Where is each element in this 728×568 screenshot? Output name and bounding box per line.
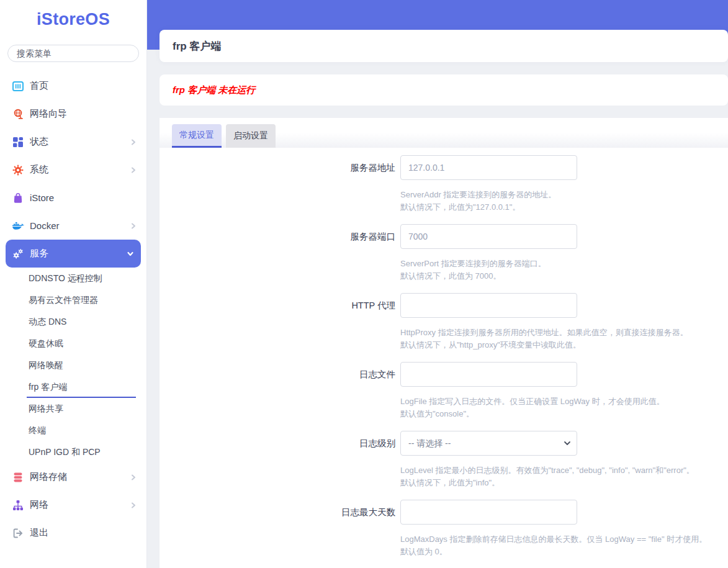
log-level-select[interactable]: -- 请选择 -- [400, 431, 577, 456]
sidebar-item-system[interactable]: 系统 [0, 156, 146, 184]
docker-icon [11, 219, 24, 232]
sidebar-menu: 首页 网络向导 状态 系统 [0, 68, 146, 547]
field-help: ServerPort 指定要连接到的服务器端口。 默认情况下，此值为 7000。 [400, 258, 577, 282]
chevron-right-icon [129, 501, 138, 510]
sidebar-subitem-ddnsto[interactable]: DDNSTO 远程控制 [0, 268, 146, 289]
sidebar-item-label: 状态 [30, 136, 48, 148]
sidebar-search [7, 45, 139, 62]
sidebar-item-label: iStore [30, 192, 54, 203]
istoreos-logo: iStoreOS [0, 0, 146, 29]
field-label: 日志文件 [160, 362, 395, 420]
server-addr-input[interactable] [400, 155, 577, 180]
search-input[interactable] [7, 45, 139, 62]
sidebar-subitem-linkease[interactable]: 易有云文件管理器 [0, 289, 146, 311]
field-label: HTTP 代理 [160, 293, 395, 351]
page-title: frp 客户端 [173, 39, 221, 53]
field-label: 日志最大天数 [160, 500, 395, 558]
home-icon [11, 79, 24, 92]
tab-general-settings[interactable]: 常规设置 [172, 124, 222, 148]
tab-startup-settings[interactable]: 启动设置 [226, 124, 276, 148]
sidebar-subitem-terminal[interactable]: 终端 [0, 420, 146, 441]
chevron-down-icon [126, 250, 135, 258]
form-row-server-port: 服务器端口 ServerPort 指定要连接到的服务器端口。 默认情况下，此值为… [160, 224, 728, 282]
sidebar-item-logout[interactable]: 退出 [0, 519, 146, 547]
sidebar-subitem-wol[interactable]: 网络唤醒 [0, 354, 146, 376]
sidebar: iStoreOS 首页 网络向导 状态 [0, 0, 147, 568]
sidebar-item-label: 网络向导 [30, 108, 67, 120]
sidebar-item-label: 系统 [30, 164, 48, 176]
chevron-right-icon [129, 473, 138, 482]
sidebar-item-label: 首页 [30, 80, 48, 92]
sidebar-item-label: Docker [30, 220, 60, 231]
sidebar-subitem-frp-client[interactable]: frp 客户端 [0, 376, 146, 398]
settings-form: 服务器地址 ServerAddr 指定要连接到的服务器的地址。 默认情况下，此值… [160, 148, 728, 558]
sidebar-item-services[interactable]: 服务 [6, 240, 141, 268]
form-row-log-level: 日志级别 -- 请选择 -- LogLevel 指定最小的日志级别。有效值为"t… [160, 431, 728, 489]
logout-icon [11, 526, 24, 539]
log-max-days-input[interactable] [400, 500, 577, 525]
form-row-server-addr: 服务器地址 ServerAddr 指定要连接到的服务器的地址。 默认情况下，此值… [160, 155, 728, 214]
field-label: 服务器端口 [160, 224, 395, 282]
form-row-http-proxy: HTTP 代理 HttpProxy 指定连接到服务器所用的代理地址。如果此值空，… [160, 293, 728, 351]
sidebar-item-network-wizard[interactable]: 网络向导 [0, 100, 146, 128]
field-help: LogLevel 指定最小的日志级别。有效值为"trace", "debug",… [400, 464, 694, 489]
page-header-card: frp 客户端 [160, 30, 728, 62]
field-help: LogFile 指定写入日志的文件。仅当正确设置 LogWay 时，才会使用此值… [400, 395, 665, 420]
sidebar-subitem-hdidle[interactable]: 硬盘休眠 [0, 333, 146, 354]
dashboard-icon [11, 135, 24, 148]
sidebar-subitem-samba[interactable]: 网络共享 [0, 398, 146, 420]
form-row-log-max-days: 日志最大天数 LogMaxDays 指定删除前存储日志信息的最长天数。仅当 Lo… [160, 500, 728, 558]
gear-icon [11, 163, 24, 176]
chevron-right-icon [129, 138, 138, 147]
chevron-right-icon [129, 166, 138, 174]
sidebar-item-status[interactable]: 状态 [0, 128, 146, 156]
status-card: frp 客户端 未在运行 [160, 74, 728, 106]
settings-card: 常规设置 启动设置 服务器地址 ServerAddr 指定要连接到的服务器的地址… [160, 118, 728, 568]
main-content: frp 客户端 frp 客户端 未在运行 常规设置 启动设置 服务器地址 Ser… [147, 0, 728, 568]
form-row-log-file: 日志文件 LogFile 指定写入日志的文件。仅当正确设置 LogWay 时，才… [160, 362, 728, 420]
sidebar-item-label: 服务 [30, 248, 48, 259]
log-file-input[interactable] [400, 362, 577, 387]
sidebar-item-istore[interactable]: iStore [0, 184, 146, 212]
status-warning-text: frp 客户端 未在运行 [173, 84, 255, 96]
sidebar-item-network[interactable]: 网络 [0, 491, 146, 519]
sidebar-item-label: 退出 [30, 527, 48, 539]
database-icon [11, 471, 24, 484]
tab-bar: 常规设置 启动设置 [160, 118, 728, 148]
sidebar-item-docker[interactable]: Docker [0, 212, 146, 240]
http-proxy-input[interactable] [400, 293, 577, 318]
field-label: 服务器地址 [160, 155, 395, 214]
sidebar-item-label: 网络存储 [30, 471, 67, 483]
bag-icon [11, 191, 24, 204]
field-help: ServerAddr 指定要连接到的服务器的地址。 默认情况下，此值为"127.… [400, 189, 577, 214]
field-help: HttpProxy 指定连接到服务器所用的代理地址。如果此值空，则直接连接服务器… [400, 327, 688, 351]
gears-icon [11, 247, 24, 260]
sidebar-subitem-upnp[interactable]: UPnP IGD 和 PCP [0, 441, 146, 463]
globe-icon [11, 107, 24, 120]
sidebar-subitem-ddns[interactable]: 动态 DNS [0, 311, 146, 333]
sidebar-item-network-storage[interactable]: 网络存储 [0, 463, 146, 491]
field-label: 日志级别 [160, 431, 395, 489]
app-window: iStoreOS 首页 网络向导 状态 [0, 0, 728, 568]
server-port-input[interactable] [400, 224, 577, 249]
sitemap-icon [11, 498, 24, 512]
sidebar-item-label: 网络 [30, 499, 48, 511]
sidebar-item-home[interactable]: 首页 [0, 72, 146, 100]
field-help: LogMaxDays 指定删除前存储日志信息的最长天数。仅当 LogWay ==… [400, 533, 707, 558]
chevron-right-icon [129, 222, 138, 230]
